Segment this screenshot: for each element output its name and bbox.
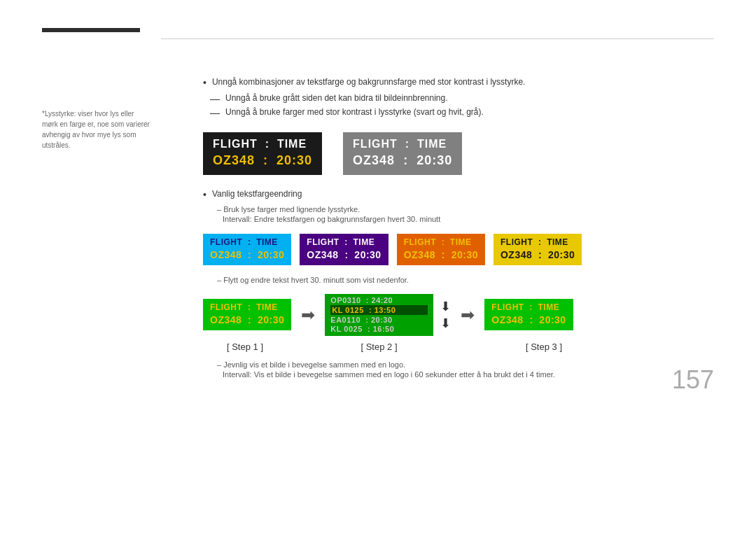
page-number: 157: [672, 365, 714, 395]
flight-box-black-row2: OZ348 : 20:30: [213, 153, 312, 168]
sidebar-note-text: *Lysstyrke: viser hvor lys eller mørk en…: [42, 110, 150, 149]
dash3-item: – Jevnlig vis et bilde i bevegelse samme…: [203, 360, 714, 369]
step-labels-row: [ Step 1 ] [ Step 2 ] [ Step 3 ]: [203, 342, 714, 352]
step3-row2: OZ348 : 20:30: [491, 314, 566, 325]
step2-label-text: [ Step 2 ]: [360, 342, 397, 352]
flight-time-gray: 20:30: [416, 153, 452, 167]
sub-text-content-1: Intervall: Endre tekstfargen og bakgrunn…: [223, 215, 440, 223]
dash2-text: Flytt og endre tekst hvert 30. minutt so…: [223, 276, 409, 284]
flight-box-black-row1: FLIGHT : TIME: [213, 138, 312, 150]
flight-box-gray-row1: FLIGHT : TIME: [353, 138, 452, 150]
step3-row1: FLIGHT : TIME: [491, 302, 566, 312]
small-boxes-row: FLIGHT : TIME OZ348 : 20:30 FLIGHT : TIM…: [203, 234, 714, 265]
down-arrow-2: ⬇: [440, 316, 451, 331]
colon-black: :: [261, 138, 277, 150]
step2-row-2: EA0110 : 20:30: [330, 316, 428, 324]
sub-dash-1: – Bruk lyse farger med lignende lysstyrk…: [203, 205, 714, 213]
dash3-text: Jevnlig vis et bilde i bevegelse sammen …: [223, 360, 405, 369]
flight-num-black: OZ348: [213, 153, 255, 167]
top-line: [161, 38, 714, 39]
left-bar: [42, 28, 140, 32]
small-box-orange-r1: FLIGHT : TIME: [404, 237, 478, 247]
small-box-purple-r2: OZ348 : 20:30: [307, 249, 381, 260]
bullet-text-1: Unngå kombinasjoner av tekstfarge og bak…: [212, 77, 526, 87]
dash-item-2: — Unngå å bruke farger med stor kontrast…: [203, 107, 714, 118]
colon2-gray: :: [399, 153, 416, 167]
step2-row-0: OP0310 : 24:20: [330, 296, 428, 304]
flight-num-gray: OZ348: [353, 153, 395, 167]
small-box-cyan-r1: FLIGHT : TIME: [210, 237, 284, 247]
bullet-text-2: Vanlig tekstfargeendring: [212, 189, 302, 199]
bullet-icon-2: •: [203, 189, 206, 201]
step2-label: [ Step 2 ]: [325, 342, 433, 352]
dash-icon-2: —: [210, 107, 220, 118]
small-box-cyan: FLIGHT : TIME OZ348 : 20:30: [203, 234, 291, 265]
step1-label: [ Step 1 ]: [203, 342, 287, 352]
dash-text-2: Unngå å bruke farger med stor kontrast i…: [225, 107, 484, 117]
arrow-2: ➡: [461, 305, 475, 325]
flight-label-black: FLIGHT: [213, 138, 258, 150]
page-number-text: 157: [672, 365, 714, 394]
sub-text-1: Intervall: Endre tekstfargen og bakgrunn…: [203, 215, 714, 223]
page-container: *Lysstyrke: viser hvor lys eller mørk en…: [0, 0, 756, 409]
flight-displays-main: FLIGHT : TIME OZ348 : 20:30 FLIGHT : TIM…: [203, 132, 714, 175]
down-arrow-1: ⬇: [440, 299, 451, 314]
step1-row2: OZ348 : 20:30: [210, 314, 284, 325]
flight-label-gray: FLIGHT: [353, 138, 398, 150]
step3-label: [ Step 3 ]: [502, 342, 586, 352]
time-label-black: TIME: [277, 138, 307, 150]
step2-box: OP0310 : 24:20 KL 0125 : 13:50 EA0110 : …: [325, 294, 433, 336]
step1-box: FLIGHT : TIME OZ348 : 20:30: [203, 299, 291, 330]
sub3-text-content: Intervall: Vis et bilde i bevegelse samm…: [223, 370, 555, 379]
small-box-yellow-r1: FLIGHT : TIME: [500, 237, 575, 247]
sub-text-3: Intervall: Vis et bilde i bevegelse samm…: [203, 370, 714, 379]
steps-row: FLIGHT : TIME OZ348 : 20:30 ➡ OP0310 : 2…: [203, 294, 714, 336]
flight-time-black: 20:30: [276, 153, 312, 167]
arrow-1: ➡: [301, 305, 315, 325]
colon2-black: :: [259, 153, 276, 167]
step2-row-1: KL 0125 : 13:50: [330, 305, 428, 315]
step3-box: FLIGHT : TIME OZ348 : 20:30: [484, 299, 573, 330]
main-content: • Unngå kombinasjoner av tekstfarge og b…: [203, 28, 714, 379]
step2-row-3: KL 0025 : 16:50: [330, 325, 428, 333]
dash-item-1: — Unngå å bruke grått siden det kan bidr…: [203, 93, 714, 104]
flight-box-gray-row2: OZ348 : 20:30: [353, 153, 452, 168]
dash2-item: – Flytt og endre tekst hvert 30. minutt …: [203, 276, 714, 284]
step1-row1: FLIGHT : TIME: [210, 302, 284, 312]
small-box-yellow: FLIGHT : TIME OZ348 : 20:30: [493, 234, 582, 265]
flight-box-gray: FLIGHT : TIME OZ348 : 20:30: [343, 132, 462, 175]
small-box-yellow-r2: OZ348 : 20:30: [500, 249, 575, 260]
time-label-gray: TIME: [417, 138, 447, 150]
sidebar-note: *Lysstyrke: viser hvor lys eller mørk en…: [42, 108, 150, 150]
flight-box-black: FLIGHT : TIME OZ348 : 20:30: [203, 132, 322, 175]
small-box-cyan-r2: OZ348 : 20:30: [210, 249, 284, 260]
colon-gray: :: [401, 138, 417, 150]
dash-icon-1: —: [210, 93, 220, 104]
down-arrows: ⬇ ⬇: [440, 299, 451, 331]
sub-dash-text-1: Bruk lyse farger med lignende lysstyrke.: [223, 205, 360, 213]
small-box-purple: FLIGHT : TIME OZ348 : 20:30: [300, 234, 388, 265]
small-box-orange: FLIGHT : TIME OZ348 : 20:30: [397, 234, 485, 265]
dash-text-1: Unngå å bruke grått siden det kan bidra …: [225, 93, 448, 103]
small-box-purple-r1: FLIGHT : TIME: [307, 237, 381, 247]
bullet-item-1: • Unngå kombinasjoner av tekstfarge og b…: [203, 77, 714, 89]
step3-label-text: [ Step 3 ]: [526, 342, 562, 352]
step1-label-text: [ Step 1 ]: [227, 342, 263, 352]
small-box-orange-r2: OZ348 : 20:30: [404, 249, 478, 260]
bullet-icon-1: •: [203, 77, 206, 89]
bullet-item-2: • Vanlig tekstfargeendring: [203, 189, 714, 201]
